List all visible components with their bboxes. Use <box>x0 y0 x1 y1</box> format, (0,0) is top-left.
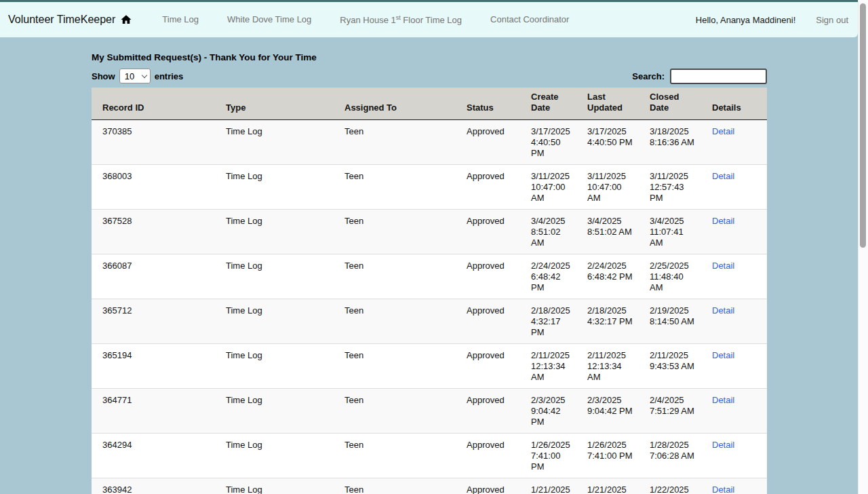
detail-link[interactable]: Detail <box>712 484 734 494</box>
table-row: 368003 Time Log Teen Approved 3/11/2025 … <box>92 165 767 210</box>
cell-create-date: 2/24/2025 6:48:42 PM <box>520 254 576 299</box>
cell-status: Approved <box>456 478 520 494</box>
cell-details: Detail <box>701 210 767 254</box>
cell-last-updated: 2/11/2025 12:13:34 AM <box>576 344 639 389</box>
table-row: 365194 Time Log Teen Approved 2/11/2025 … <box>92 344 767 389</box>
nav-items: Time Log White Dove Time Log Ryan House … <box>162 14 696 25</box>
main-content: My Submitted Request(s) - Thank You for … <box>92 52 767 494</box>
cell-record-id: 364771 <box>92 389 215 434</box>
cell-last-updated: 1/21/2025 4:15:15 PM <box>576 478 639 494</box>
cell-create-date: 2/18/2025 4:32:17 PM <box>520 299 576 344</box>
detail-link[interactable]: Detail <box>712 216 734 226</box>
navbar: Volunteer TimeKeeper Time Log White Dove… <box>0 2 858 37</box>
column-header-last-updated[interactable]: Last Updated <box>576 88 639 120</box>
column-header-closed-date[interactable]: Closed Date <box>639 88 701 120</box>
nav-item-white-dove-time-log[interactable]: White Dove Time Log <box>227 14 311 24</box>
table-row: 364294 Time Log Teen Approved 1/26/2025 … <box>92 434 767 478</box>
cell-details: Detail <box>701 254 767 299</box>
cell-type: Time Log <box>215 120 334 165</box>
nav-item-time-log[interactable]: Time Log <box>162 14 199 24</box>
cell-type: Time Log <box>215 210 334 254</box>
nav-item-contact-coordinator[interactable]: Contact Coordinator <box>490 14 569 24</box>
cell-status: Approved <box>456 210 520 254</box>
column-header-create-date[interactable]: Create Date <box>520 88 576 120</box>
table-body: 370385 Time Log Teen Approved 3/17/2025 … <box>92 120 767 494</box>
vertical-scrollbar[interactable] <box>858 0 868 494</box>
cell-details: Detail <box>701 344 767 389</box>
detail-link[interactable]: Detail <box>712 440 734 450</box>
page-title: My Submitted Request(s) - Thank You for … <box>92 52 767 62</box>
column-header-assigned-to[interactable]: Assigned To <box>334 88 456 120</box>
cell-closed-date: 2/19/2025 8:14:50 AM <box>639 299 701 344</box>
cell-details: Detail <box>701 434 767 478</box>
sign-out-link[interactable]: Sign out <box>816 15 848 25</box>
page-size-select[interactable]: 10 <box>119 69 151 83</box>
requests-table: Record ID Type Assigned To Status Create… <box>92 88 767 494</box>
cell-closed-date: 2/11/2025 9:43:53 AM <box>639 344 701 389</box>
cell-create-date: 2/11/2025 12:13:34 AM <box>520 344 576 389</box>
scrollbar-thumb[interactable] <box>860 3 866 248</box>
table-row: 364771 Time Log Teen Approved 2/3/2025 9… <box>92 389 767 434</box>
cell-record-id: 370385 <box>92 120 215 165</box>
cell-assigned-to: Teen <box>334 389 456 434</box>
detail-link[interactable]: Detail <box>712 126 734 136</box>
cell-details: Detail <box>701 478 767 494</box>
cell-type: Time Log <box>215 165 334 210</box>
app-brand[interactable]: Volunteer TimeKeeper <box>8 14 132 26</box>
column-header-type[interactable]: Type <box>215 88 334 120</box>
cell-last-updated: 1/26/2025 7:41:00 PM <box>576 434 639 478</box>
show-label: Show <box>92 71 115 81</box>
detail-link[interactable]: Detail <box>712 305 734 316</box>
cell-details: Detail <box>701 120 767 165</box>
cell-closed-date: 2/25/2025 11:48:40 AM <box>639 254 701 299</box>
cell-last-updated: 2/24/2025 6:48:42 PM <box>576 254 639 299</box>
nav-right: Hello, Ananya Maddineni! Sign out <box>696 15 848 25</box>
cell-record-id: 368003 <box>92 165 215 210</box>
cell-closed-date: 1/28/2025 7:06:28 AM <box>639 434 701 478</box>
cell-type: Time Log <box>215 434 334 478</box>
cell-last-updated: 3/11/2025 10:47:00 AM <box>576 165 639 210</box>
home-icon <box>120 14 132 26</box>
search-input[interactable] <box>670 69 767 84</box>
cell-create-date: 1/26/2025 7:41:00 PM <box>520 434 576 478</box>
page-length-control: Show 10 entries <box>92 69 183 83</box>
detail-link[interactable]: Detail <box>712 350 734 360</box>
search-label: Search: <box>632 71 665 81</box>
cell-type: Time Log <box>215 478 334 494</box>
cell-closed-date: 3/4/2025 11:07:41 AM <box>639 210 701 254</box>
detail-link[interactable]: Detail <box>712 261 734 271</box>
cell-details: Detail <box>701 389 767 434</box>
column-header-status[interactable]: Status <box>456 88 520 120</box>
cell-status: Approved <box>456 344 520 389</box>
cell-type: Time Log <box>215 299 334 344</box>
column-header-record-id[interactable]: Record ID <box>92 88 215 120</box>
cell-details: Detail <box>701 165 767 210</box>
cell-details: Detail <box>701 299 767 344</box>
cell-closed-date: 3/18/2025 8:16:36 AM <box>639 120 701 165</box>
cell-assigned-to: Teen <box>334 120 456 165</box>
detail-link[interactable]: Detail <box>712 395 734 405</box>
table-row: 367528 Time Log Teen Approved 3/4/2025 8… <box>92 210 767 254</box>
cell-assigned-to: Teen <box>334 434 456 478</box>
cell-status: Approved <box>456 299 520 344</box>
table-header: Record ID Type Assigned To Status Create… <box>92 88 767 120</box>
table-row: 363942 Time Log Teen Approved 1/21/2025 … <box>92 478 767 494</box>
column-header-details[interactable]: Details <box>701 88 767 120</box>
cell-create-date: 1/21/2025 4:15:15 PM <box>520 478 576 494</box>
cell-assigned-to: Teen <box>334 478 456 494</box>
cell-record-id: 367528 <box>92 210 215 254</box>
cell-last-updated: 2/3/2025 9:04:42 PM <box>576 389 639 434</box>
detail-link[interactable]: Detail <box>712 171 734 181</box>
page-size-select-wrap: 10 <box>119 69 151 83</box>
cell-status: Approved <box>456 434 520 478</box>
nav-item-ryan-house-time-log[interactable]: Ryan House 1st Floor Time Log <box>340 14 462 25</box>
cell-status: Approved <box>456 254 520 299</box>
cell-record-id: 365712 <box>92 299 215 344</box>
cell-status: Approved <box>456 165 520 210</box>
entries-label: entries <box>155 71 184 81</box>
cell-assigned-to: Teen <box>334 299 456 344</box>
cell-record-id: 366087 <box>92 254 215 299</box>
brand-label: Volunteer TimeKeeper <box>8 14 115 26</box>
cell-assigned-to: Teen <box>334 344 456 389</box>
cell-assigned-to: Teen <box>334 210 456 254</box>
